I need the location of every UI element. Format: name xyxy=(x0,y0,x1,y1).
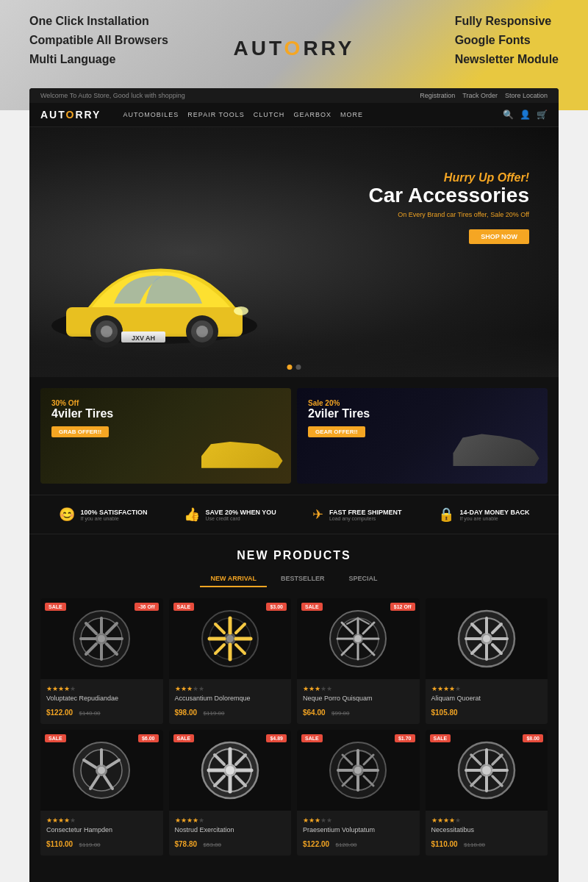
promo-banner-1: 30% Off 4viler Tires GRAB OFFER!! xyxy=(40,388,291,484)
hero-cta-button[interactable]: SHOP NOW xyxy=(469,229,529,244)
promo-1-discount: 30% Off xyxy=(51,399,113,407)
product-grid-row1: SALE -36 Off xyxy=(40,598,548,724)
account-icon[interactable]: 👤 xyxy=(520,110,531,120)
product-3-price: $64.00 xyxy=(303,709,326,717)
wheel-svg-3 xyxy=(329,609,387,668)
tab-special[interactable]: SPECIAL xyxy=(339,571,388,587)
promo-2-discount: Sale 20% xyxy=(308,399,370,407)
product-2-stars: ★★★★★ xyxy=(175,685,286,692)
products-section-title: NEW PRODUCTS xyxy=(40,549,548,562)
product-8-old-price: $118.00 xyxy=(464,842,485,848)
product-card-3: SALE $12 Off xyxy=(297,598,420,724)
features-left: One Click Installation Compatible All Br… xyxy=(29,15,168,66)
store-nav-icons: 🔍 👤 🛒 xyxy=(503,110,548,120)
wheel-svg-8 xyxy=(457,741,516,800)
product-card-7: SALE $1.70 xyxy=(297,730,420,856)
product-4-name: Aliquam Quoerat xyxy=(431,695,542,702)
hero-banner: JXV AH Hurry Up Offer! Car Accessories O… xyxy=(29,127,559,377)
product-1-stars: ★★★★★ xyxy=(46,685,157,692)
product-7-price: $122.00 xyxy=(303,840,329,848)
promo-2-btn[interactable]: GEAR OFFER!! xyxy=(308,426,365,437)
feature-google-fonts: Google Fonts xyxy=(455,34,559,47)
wheel-svg-5 xyxy=(72,741,131,800)
feature-shipping: ✈ FAST FREE SHIPMENT Load any computers xyxy=(312,506,402,523)
product-7-info: ★★★★★ Praesentium Voluptatum $122.00 $12… xyxy=(297,811,420,856)
nav-gearbox[interactable]: GEARBOX xyxy=(293,111,331,118)
wheel-svg-2 xyxy=(201,609,259,668)
tab-new-arrival[interactable]: NEW ARRIVAL xyxy=(200,571,267,587)
feature-money-back: 🔒 14-DAY MONEY BACK If you are unable xyxy=(438,506,530,523)
brand-logo-center: AUTORRY xyxy=(234,37,355,60)
hero-dot-1[interactable] xyxy=(287,365,293,370)
promo-1-name: 4viler Tires xyxy=(51,407,113,420)
feature-compatible: Compatible All Browsers xyxy=(29,34,168,47)
promo-1-btn[interactable]: GRAB OFFER!! xyxy=(51,426,109,437)
wheel-svg-6 xyxy=(201,741,259,800)
product-8-info: ★★★★★ Necessitatibus $110.00 $118.00 xyxy=(426,811,548,856)
feature-responsive: Fully Responsive xyxy=(455,15,559,28)
hero-dots xyxy=(287,365,301,370)
promo-1-text: 30% Off 4viler Tires GRAB OFFER!! xyxy=(51,399,113,437)
topbar-link-store[interactable]: Store Location xyxy=(505,92,548,99)
logo-highlight: O xyxy=(284,37,304,60)
product-5-badge-discount: $6.00 xyxy=(138,734,159,742)
product-5-old-price: $119.00 xyxy=(79,842,101,848)
product-3-name: Neque Porro Quisquam xyxy=(303,695,414,702)
product-2-price: $98.00 xyxy=(175,709,198,717)
product-8-badge-discount: $8.00 xyxy=(523,734,543,742)
product-2-badge-discount: $3.00 xyxy=(266,603,287,611)
demo-container: Welcome To Auto Store, Good luck with sh… xyxy=(29,88,559,882)
store-topbar: Welcome To Auto Store, Good luck with sh… xyxy=(29,88,559,103)
satisfaction-icon: 😊 xyxy=(59,506,75,523)
product-2-badge-sale: SALE xyxy=(173,603,195,611)
product-4-image xyxy=(426,598,548,679)
brand-logo-text: AUTORRY xyxy=(234,37,355,60)
hero-road xyxy=(29,333,559,377)
products-tabs: NEW ARRIVAL BESTSELLER SPECIAL xyxy=(40,571,548,587)
product-2-name: Accusantium Doloremque xyxy=(175,695,286,702)
nav-more[interactable]: MORE xyxy=(340,111,363,118)
product-6-price: $78.80 xyxy=(175,840,198,848)
nav-automobiles[interactable]: AUTOMOBILES xyxy=(123,111,179,118)
money-back-icon: 🔒 xyxy=(438,506,454,523)
svg-point-22 xyxy=(98,635,105,642)
topbar-link-registration[interactable]: Registration xyxy=(420,92,455,99)
features-right: Fully Responsive Google Fonts Newsletter… xyxy=(455,15,559,66)
product-card-1: SALE -36 Off xyxy=(40,598,163,724)
product-3-old-price: $99.00 xyxy=(331,710,349,717)
save-sub: Use credit card xyxy=(206,516,276,521)
product-6-badge-sale: SALE xyxy=(173,734,195,742)
promo-1-car xyxy=(192,432,287,480)
product-7-badge-sale: SALE xyxy=(301,734,323,742)
product-5-info: ★★★★★ Consectetur Hampden $110.00 $119.0… xyxy=(40,811,163,856)
product-4-stars: ★★★★★ xyxy=(431,685,542,692)
satisfaction-text: 100% SATISFACTION If you are unable xyxy=(81,509,148,521)
hero-title-text: Car Accessories xyxy=(369,184,529,207)
topbar-link-track[interactable]: Track Order xyxy=(462,92,498,99)
hero-dot-2[interactable] xyxy=(296,365,301,370)
shipping-sub: Load any computers xyxy=(329,516,402,521)
product-card-8: SALE $8.00 xyxy=(426,730,548,856)
product-1-old-price: $140.00 xyxy=(79,710,101,717)
store-logo: AUTORRY xyxy=(40,109,101,121)
feature-save: 👍 SAVE 20% WHEN YOU Use credit card xyxy=(184,506,276,523)
svg-point-81 xyxy=(226,766,234,775)
feature-one-click: One Click Installation xyxy=(29,15,168,28)
nav-repair-tools[interactable]: REPAIR TOOLS xyxy=(187,111,245,118)
product-5-name: Consectetur Hampden xyxy=(46,826,157,833)
money-back-text: 14-DAY MONEY BACK If you are unable xyxy=(460,509,530,521)
hero-subtitle-highlight: Sale 20% Off xyxy=(490,211,529,218)
svg-point-60 xyxy=(483,635,490,642)
save-icon: 👍 xyxy=(184,506,200,523)
products-section: NEW PRODUCTS NEW ARRIVAL BESTSELLER SPEC… xyxy=(29,534,559,876)
nav-clutch[interactable]: CLUTCH xyxy=(254,111,285,118)
promo-banners: 30% Off 4viler Tires GRAB OFFER!! Sale 2… xyxy=(29,377,559,495)
product-2-old-price: $119.00 xyxy=(204,710,225,717)
cart-icon[interactable]: 🛒 xyxy=(537,110,548,120)
product-4-price: $105.80 xyxy=(431,709,458,717)
features-strip: 😊 100% SATISFACTION If you are unable 👍 … xyxy=(29,495,559,534)
product-6-info: ★★★★★ Nostrud Exercitation $78.80 $53.80 xyxy=(169,811,292,856)
tab-bestseller[interactable]: BESTSELLER xyxy=(270,571,335,587)
search-icon[interactable]: 🔍 xyxy=(503,110,514,120)
store-nav-items: AUTOMOBILES REPAIR TOOLS CLUTCH GEARBOX … xyxy=(123,111,488,118)
